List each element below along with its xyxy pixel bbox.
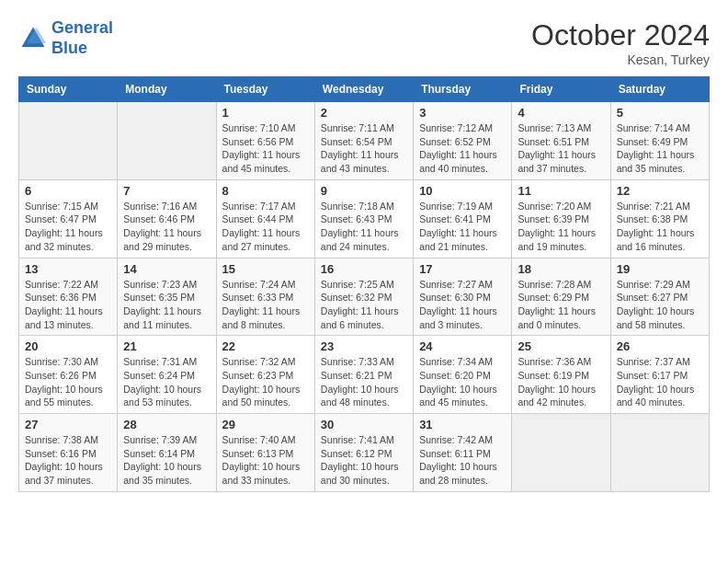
day-number: 31 — [419, 418, 506, 431]
calendar-cell: 14Sunrise: 7:23 AMSunset: 6:35 PMDayligh… — [118, 258, 216, 336]
day-number: 27 — [25, 418, 111, 431]
calendar-cell: 26Sunrise: 7:37 AMSunset: 6:17 PMDayligh… — [610, 336, 709, 414]
calendar-cell — [19, 102, 118, 180]
day-number: 28 — [123, 418, 210, 431]
calendar-cell: 23Sunrise: 7:33 AMSunset: 6:21 PMDayligh… — [314, 336, 413, 414]
calendar-cell: 6Sunrise: 7:15 AMSunset: 6:47 PMDaylight… — [19, 179, 118, 258]
day-detail: Sunrise: 7:14 AMSunset: 6:49 PMDaylight:… — [617, 121, 703, 176]
day-number: 12 — [617, 184, 703, 198]
day-detail: Sunrise: 7:13 AMSunset: 6:51 PMDaylight:… — [518, 121, 604, 176]
page-header: General Blue October 2024 Kesan, Turkey — [18, 18, 710, 67]
day-detail: Sunrise: 7:41 AMSunset: 6:12 PMDaylight:… — [321, 433, 407, 488]
calendar-cell: 20Sunrise: 7:30 AMSunset: 6:26 PMDayligh… — [19, 336, 118, 414]
day-detail: Sunrise: 7:39 AMSunset: 6:14 PMDaylight:… — [123, 433, 210, 488]
calendar-cell — [118, 102, 216, 180]
calendar-cell: 27Sunrise: 7:38 AMSunset: 6:16 PMDayligh… — [19, 414, 118, 492]
day-number: 11 — [518, 184, 604, 198]
calendar-cell: 30Sunrise: 7:41 AMSunset: 6:12 PMDayligh… — [314, 414, 413, 492]
day-number: 15 — [222, 262, 309, 276]
day-number: 23 — [321, 339, 407, 353]
day-number: 17 — [419, 262, 506, 276]
day-detail: Sunrise: 7:31 AMSunset: 6:24 PMDaylight:… — [123, 355, 210, 409]
calendar-week-row: 20Sunrise: 7:30 AMSunset: 6:26 PMDayligh… — [19, 336, 710, 414]
day-detail: Sunrise: 7:40 AMSunset: 6:13 PMDaylight:… — [222, 433, 309, 488]
day-detail: Sunrise: 7:19 AMSunset: 6:41 PMDaylight:… — [419, 200, 506, 254]
calendar-cell: 5Sunrise: 7:14 AMSunset: 6:49 PMDaylight… — [610, 102, 709, 180]
day-number: 14 — [123, 262, 210, 276]
day-detail: Sunrise: 7:22 AMSunset: 6:36 PMDaylight:… — [25, 278, 111, 332]
calendar-cell: 9Sunrise: 7:18 AMSunset: 6:43 PMDaylight… — [314, 179, 413, 258]
calendar-header: SundayMondayTuesdayWednesdayThursdayFrid… — [19, 77, 710, 102]
day-detail: Sunrise: 7:18 AMSunset: 6:43 PMDaylight:… — [321, 200, 407, 254]
day-detail: Sunrise: 7:10 AMSunset: 6:56 PMDaylight:… — [222, 121, 309, 176]
month-year: October 2024 — [531, 18, 710, 52]
day-number: 26 — [617, 339, 703, 353]
day-number: 1 — [222, 106, 309, 120]
day-detail: Sunrise: 7:42 AMSunset: 6:11 PMDaylight:… — [419, 433, 506, 488]
day-number: 5 — [617, 106, 703, 120]
calendar-cell: 22Sunrise: 7:32 AMSunset: 6:23 PMDayligh… — [216, 336, 314, 414]
day-number: 8 — [222, 184, 309, 198]
calendar-cell: 28Sunrise: 7:39 AMSunset: 6:14 PMDayligh… — [118, 414, 216, 492]
calendar-cell: 24Sunrise: 7:34 AMSunset: 6:20 PMDayligh… — [414, 336, 512, 414]
day-number: 19 — [617, 262, 703, 276]
day-detail: Sunrise: 7:23 AMSunset: 6:35 PMDaylight:… — [123, 278, 210, 332]
day-detail: Sunrise: 7:17 AMSunset: 6:44 PMDaylight:… — [222, 200, 309, 254]
day-number: 30 — [321, 418, 407, 431]
calendar-cell: 18Sunrise: 7:28 AMSunset: 6:29 PMDayligh… — [512, 258, 610, 336]
calendar-week-row: 13Sunrise: 7:22 AMSunset: 6:36 PMDayligh… — [19, 258, 710, 336]
day-detail: Sunrise: 7:16 AMSunset: 6:46 PMDaylight:… — [123, 200, 210, 254]
calendar-cell: 12Sunrise: 7:21 AMSunset: 6:38 PMDayligh… — [610, 179, 709, 258]
day-number: 18 — [518, 262, 604, 276]
calendar-week-row: 6Sunrise: 7:15 AMSunset: 6:47 PMDaylight… — [19, 179, 710, 258]
weekday-header: Friday — [512, 77, 610, 102]
day-number: 16 — [321, 262, 407, 276]
weekday-header: Thursday — [414, 77, 512, 102]
calendar-cell — [512, 414, 610, 492]
day-number: 7 — [123, 184, 210, 198]
day-detail: Sunrise: 7:20 AMSunset: 6:39 PMDaylight:… — [518, 200, 604, 254]
calendar-cell: 15Sunrise: 7:24 AMSunset: 6:33 PMDayligh… — [216, 258, 314, 336]
weekday-header: Tuesday — [216, 77, 314, 102]
logo-text: General Blue — [51, 18, 113, 58]
weekday-header: Wednesday — [314, 77, 413, 102]
day-detail: Sunrise: 7:12 AMSunset: 6:52 PMDaylight:… — [419, 121, 506, 176]
calendar-cell: 13Sunrise: 7:22 AMSunset: 6:36 PMDayligh… — [19, 258, 118, 336]
day-number: 20 — [25, 339, 111, 353]
calendar-cell: 17Sunrise: 7:27 AMSunset: 6:30 PMDayligh… — [414, 258, 512, 336]
day-detail: Sunrise: 7:30 AMSunset: 6:26 PMDaylight:… — [25, 355, 111, 409]
day-detail: Sunrise: 7:21 AMSunset: 6:38 PMDaylight:… — [617, 200, 703, 254]
calendar-cell: 4Sunrise: 7:13 AMSunset: 6:51 PMDaylight… — [512, 102, 610, 180]
calendar-cell: 11Sunrise: 7:20 AMSunset: 6:39 PMDayligh… — [512, 179, 610, 258]
day-number: 9 — [321, 184, 407, 198]
calendar-cell: 19Sunrise: 7:29 AMSunset: 6:27 PMDayligh… — [610, 258, 709, 336]
calendar-cell: 7Sunrise: 7:16 AMSunset: 6:46 PMDaylight… — [118, 179, 216, 258]
logo-icon — [18, 24, 48, 53]
day-detail: Sunrise: 7:15 AMSunset: 6:47 PMDaylight:… — [25, 200, 111, 254]
calendar-cell: 3Sunrise: 7:12 AMSunset: 6:52 PMDaylight… — [414, 102, 512, 180]
day-detail: Sunrise: 7:11 AMSunset: 6:54 PMDaylight:… — [321, 121, 407, 176]
day-number: 10 — [419, 184, 506, 198]
day-detail: Sunrise: 7:33 AMSunset: 6:21 PMDaylight:… — [321, 355, 407, 409]
calendar-cell: 25Sunrise: 7:36 AMSunset: 6:19 PMDayligh… — [512, 336, 610, 414]
day-number: 22 — [222, 339, 309, 353]
day-detail: Sunrise: 7:27 AMSunset: 6:30 PMDaylight:… — [419, 278, 506, 332]
day-detail: Sunrise: 7:38 AMSunset: 6:16 PMDaylight:… — [25, 433, 111, 488]
calendar-cell: 8Sunrise: 7:17 AMSunset: 6:44 PMDaylight… — [216, 179, 314, 258]
day-detail: Sunrise: 7:32 AMSunset: 6:23 PMDaylight:… — [222, 355, 309, 409]
calendar-cell: 2Sunrise: 7:11 AMSunset: 6:54 PMDaylight… — [314, 102, 413, 180]
weekday-header: Saturday — [610, 77, 709, 102]
day-number: 25 — [518, 339, 604, 353]
calendar-table: SundayMondayTuesdayWednesdayThursdayFrid… — [18, 76, 710, 492]
calendar-cell: 10Sunrise: 7:19 AMSunset: 6:41 PMDayligh… — [414, 179, 512, 258]
location: Kesan, Turkey — [531, 52, 710, 67]
calendar-week-row: 27Sunrise: 7:38 AMSunset: 6:16 PMDayligh… — [19, 414, 710, 492]
day-number: 3 — [419, 106, 506, 120]
day-number: 2 — [321, 106, 407, 120]
title-block: October 2024 Kesan, Turkey — [531, 18, 710, 67]
calendar-cell: 21Sunrise: 7:31 AMSunset: 6:24 PMDayligh… — [118, 336, 216, 414]
calendar-cell: 1Sunrise: 7:10 AMSunset: 6:56 PMDaylight… — [216, 102, 314, 180]
calendar-week-row: 1Sunrise: 7:10 AMSunset: 6:56 PMDaylight… — [19, 102, 710, 180]
day-number: 4 — [518, 106, 604, 120]
day-detail: Sunrise: 7:25 AMSunset: 6:32 PMDaylight:… — [321, 278, 407, 332]
